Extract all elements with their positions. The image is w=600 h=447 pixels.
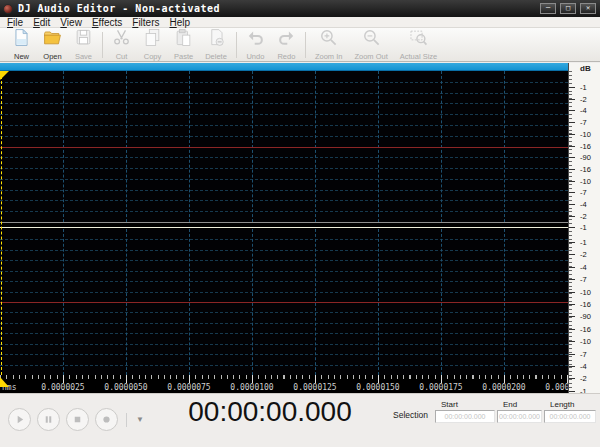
ruler-label: 0.0000050 xyxy=(95,383,157,392)
db-tick xyxy=(569,122,575,123)
pause-icon xyxy=(43,411,54,429)
playhead-flag-top-icon[interactable] xyxy=(0,71,9,80)
db-tick xyxy=(569,242,575,243)
db-tick xyxy=(569,146,575,147)
playhead-cursor xyxy=(1,71,2,375)
db-tick xyxy=(569,329,575,330)
db-tick xyxy=(569,304,575,305)
gridline-horizontal xyxy=(0,136,568,137)
copy-button[interactable]: Copy xyxy=(137,29,168,61)
gridline-horizontal xyxy=(0,168,568,169)
menu-help[interactable]: Help xyxy=(165,17,196,28)
gridline-horizontal xyxy=(0,292,568,293)
maximize-button[interactable]: □ xyxy=(560,3,576,14)
gridline-horizontal xyxy=(0,260,568,261)
selection-start-field[interactable]: 00:00:00.000 xyxy=(435,410,495,423)
db-label: -2 xyxy=(580,96,587,104)
transport-separator xyxy=(126,413,127,427)
gridline-horizontal xyxy=(0,250,568,251)
waveform-channel-left[interactable] xyxy=(0,71,568,222)
stop-icon xyxy=(72,411,83,429)
paste-button[interactable]: Paste xyxy=(168,29,199,61)
db-label: -16 xyxy=(580,166,591,174)
menu-view[interactable]: View xyxy=(55,17,87,28)
db-unit-label: dB xyxy=(580,64,591,73)
gridline-horizontal xyxy=(0,239,568,240)
db-tick xyxy=(569,254,575,255)
new-file-icon xyxy=(12,28,31,51)
db-tick xyxy=(569,204,575,205)
new-button[interactable]: New xyxy=(6,29,37,61)
db-tick xyxy=(569,366,575,367)
undo-button[interactable]: Undo xyxy=(240,29,271,61)
redo-arrow-icon xyxy=(277,28,296,51)
app-window: DJ Audio Editor - Non-activated ─ □ ✕ Fi… xyxy=(0,0,600,447)
db-label: -4 xyxy=(580,264,587,272)
gridline-horizontal xyxy=(0,211,568,212)
gridline-horizontal xyxy=(0,333,568,334)
playhead-flag-bottom-icon[interactable] xyxy=(0,377,9,387)
gridline-horizontal xyxy=(0,200,568,201)
redo-button[interactable]: Redo xyxy=(271,29,302,61)
db-tick xyxy=(569,292,575,293)
actual-size-button[interactable]: Actual Size xyxy=(394,29,444,61)
selection-end-header: End xyxy=(503,400,542,409)
db-tick xyxy=(569,279,575,280)
toolbar: New Open Save Cut Copy Paste Delete xyxy=(0,28,600,62)
db-label: -7 xyxy=(580,351,587,359)
play-button[interactable] xyxy=(8,408,31,431)
position-bar[interactable] xyxy=(0,63,568,71)
db-tick xyxy=(569,341,575,342)
db-label: -16 xyxy=(580,143,591,151)
close-button[interactable]: ✕ xyxy=(580,3,596,14)
db-tick xyxy=(569,378,575,379)
cut-button[interactable]: Cut xyxy=(106,29,137,61)
toolbar-separator xyxy=(102,32,103,58)
db-label: -2 xyxy=(580,213,587,221)
zoom-out-button[interactable]: Zoom Out xyxy=(348,29,393,61)
pause-button[interactable] xyxy=(37,408,60,431)
selection-end-field[interactable]: 00:00:00.000 xyxy=(497,410,542,423)
minimize-button[interactable]: ─ xyxy=(540,3,556,14)
menu-edit[interactable]: Edit xyxy=(28,17,55,28)
gridline-horizontal xyxy=(0,93,568,94)
delete-page-icon xyxy=(207,28,226,51)
db-tick xyxy=(569,354,575,355)
menu-filters[interactable]: Filters xyxy=(127,17,164,28)
cut-scissors-icon xyxy=(112,28,131,51)
ruler-label: 0.0000200 xyxy=(473,383,535,392)
gridline-horizontal xyxy=(0,103,568,104)
stop-button[interactable] xyxy=(66,408,89,431)
gridline-horizontal xyxy=(0,190,568,191)
db-label: -16 xyxy=(580,326,591,334)
menu-effects[interactable]: Effects xyxy=(87,17,127,28)
open-button[interactable]: Open xyxy=(37,29,68,61)
menu-bar: File Edit View Effects Filters Help xyxy=(0,17,600,28)
ruler-label: 0.0000100 xyxy=(221,383,283,392)
time-ruler[interactable]: hms 0.00000250.00000500.00000750.0000100… xyxy=(0,375,568,393)
record-options-dropdown[interactable]: ▼ xyxy=(133,415,144,424)
gridline-horizontal xyxy=(0,365,568,366)
menu-file[interactable]: File xyxy=(2,17,28,28)
db-label: -90 xyxy=(580,154,591,162)
waveform-area[interactable] xyxy=(0,71,568,375)
db-tick xyxy=(569,134,575,135)
channel-divider[interactable] xyxy=(0,222,568,229)
ruler-tick xyxy=(126,375,127,383)
record-button[interactable] xyxy=(95,408,118,431)
waveform-channel-right[interactable] xyxy=(0,229,568,375)
paste-clipboard-icon xyxy=(174,28,193,51)
ruler-tick xyxy=(63,375,64,383)
save-button[interactable]: Save xyxy=(68,29,99,61)
zoom-out-icon xyxy=(362,28,381,51)
selection-length-field[interactable]: 00:00:00.000 xyxy=(544,410,596,423)
db-tick xyxy=(569,181,575,182)
gridline-horizontal xyxy=(0,281,568,282)
ruler-tick xyxy=(504,375,505,383)
delete-button[interactable]: Delete xyxy=(199,29,233,61)
app-icon xyxy=(3,4,13,14)
db-tick xyxy=(569,157,575,158)
db-label: -7 xyxy=(580,189,587,197)
zoom-in-button[interactable]: Zoom In xyxy=(309,29,349,61)
db-tick xyxy=(569,216,575,217)
